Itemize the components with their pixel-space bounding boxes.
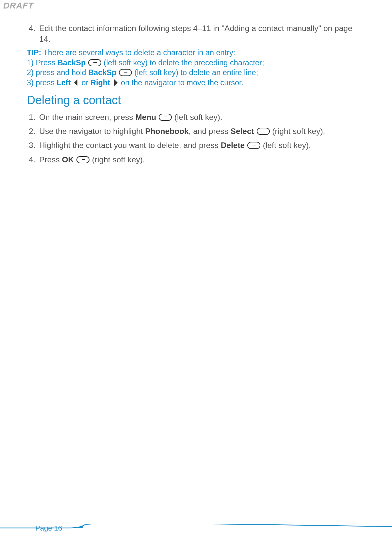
text-b: (left soft key).	[261, 141, 311, 150]
tip-line-1: 1) Press BackSp (left soft key) to delet…	[27, 58, 362, 68]
select-label: Select	[231, 127, 254, 136]
left-label: Left	[57, 78, 71, 87]
step-number: 3.	[29, 140, 39, 151]
text-b: (right soft key).	[90, 155, 145, 164]
page-footer: Page 16	[0, 517, 392, 534]
step-number: 1.	[29, 112, 39, 123]
softkey-icon	[257, 128, 270, 135]
text-a: Highlight the contact you want to delete…	[39, 141, 221, 150]
softkey-icon	[247, 142, 260, 149]
delete-step-3: 3.Highlight the contact you want to dele…	[29, 140, 362, 151]
delete-step-1: 1.On the main screen, press Menu (left s…	[29, 112, 362, 123]
ok-label: OK	[62, 155, 74, 164]
softkey-icon	[76, 156, 90, 163]
backsp-label-1: BackSp	[57, 58, 86, 67]
phonebook-label: Phonebook	[145, 127, 188, 136]
text-b: , and press	[189, 127, 231, 136]
delete-step-2: 2.Use the navigator to highlight Phonebo…	[29, 126, 362, 137]
tip3-b: or	[79, 78, 90, 87]
text-c: (right soft key).	[270, 127, 325, 136]
tip-line-3: 3) press Left or Right on the navigator …	[27, 78, 362, 88]
tip1-b: (left soft key) to delete the preceding …	[102, 58, 264, 67]
delete-label: Delete	[221, 141, 245, 150]
tip2-a: 2) press and hold	[27, 68, 88, 77]
menu-label: Menu	[135, 113, 156, 122]
tip-label: TIP:	[27, 48, 41, 57]
tip-block: TIP: There are several ways to delete a …	[27, 48, 362, 88]
tip-intro-text: There are several ways to delete a chara…	[41, 48, 235, 57]
draft-watermark: DRAFT	[3, 1, 34, 11]
tip-intro: TIP: There are several ways to delete a …	[27, 48, 362, 58]
section-heading-deleting-contact: Deleting a contact	[27, 93, 362, 107]
softkey-icon	[88, 59, 101, 66]
step-number: 4.	[29, 23, 39, 34]
text-a: On the main screen, press	[39, 113, 135, 122]
page-content: 4.Edit the contact information following…	[29, 23, 362, 168]
text-a: Use the navigator to highlight	[39, 127, 145, 136]
nav-left-icon	[74, 79, 79, 87]
backsp-label-2: BackSp	[88, 68, 116, 77]
step-number: 2.	[29, 126, 39, 137]
page-number: Page 16	[35, 524, 62, 533]
nav-right-icon	[113, 79, 118, 87]
step-text: Edit the contact information following s…	[39, 24, 352, 43]
text-a: Press	[39, 155, 62, 164]
text-b: (left soft key).	[172, 113, 222, 122]
softkey-icon	[119, 69, 132, 76]
step-number: 4.	[29, 154, 39, 165]
right-label: Right	[90, 78, 110, 87]
tip2-b: (left soft key) to delete an entire line…	[132, 68, 258, 77]
tip3-a: 3) press	[27, 78, 57, 87]
softkey-icon	[159, 114, 172, 121]
tip1-a: 1) Press	[27, 58, 57, 67]
tip-line-2: 2) press and hold BackSp (left soft key)…	[27, 68, 362, 78]
edit-contact-step-4: 4.Edit the contact information following…	[29, 23, 362, 44]
tip3-c: on the navigator to move the cursor.	[119, 78, 243, 87]
delete-step-4: 4.Press OK (right soft key).	[29, 154, 362, 165]
